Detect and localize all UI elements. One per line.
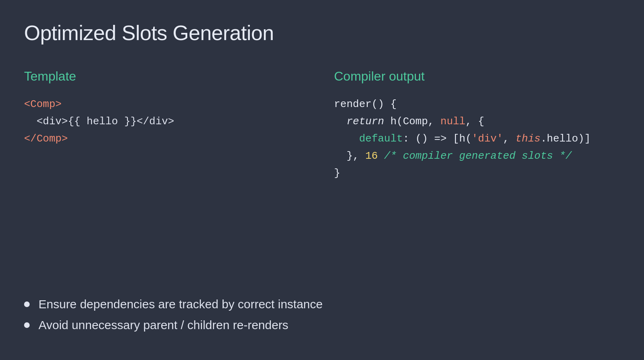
code-token	[334, 115, 346, 127]
code-token: return	[346, 115, 384, 127]
code-token	[378, 150, 384, 162]
code-token	[334, 133, 359, 145]
template-line-2: <div>{{ hello }}</div>	[24, 113, 310, 130]
bullet-dot-2	[24, 322, 30, 328]
template-line-1: <Comp>	[24, 96, 310, 113]
code-token: null	[440, 115, 465, 127]
bullet-text-1: Ensure dependencies are tracked by corre…	[38, 297, 323, 311]
compiler-label: Compiler output	[334, 69, 620, 84]
slide-title: Optimized Slots Generation	[24, 21, 620, 45]
bullet-dot-1	[24, 301, 30, 307]
code-token: },	[334, 150, 365, 162]
bullet-item-1: Ensure dependencies are tracked by corre…	[24, 297, 620, 311]
code-token: default	[359, 133, 403, 145]
bullet-item-2: Avoid unnecessary parent / children re-r…	[24, 318, 620, 332]
code-token: render() {	[334, 98, 397, 110]
slide: Optimized Slots Generation Template <Com…	[0, 0, 644, 360]
code-token: : () => [h(	[403, 133, 472, 145]
code-token: <div>{{ hello }}</div>	[24, 115, 174, 127]
bullet-text-2: Avoid unnecessary parent / children re-r…	[38, 318, 288, 332]
code-token: </Comp>	[24, 133, 68, 145]
template-code: <Comp> <div>{{ hello }}</div> </Comp>	[24, 96, 310, 148]
right-panel: Compiler output render() { return h(Comp…	[326, 69, 620, 285]
code-token: }	[334, 167, 340, 179]
code-token: h(Comp,	[384, 115, 440, 127]
template-line-3: </Comp>	[24, 130, 310, 148]
code-token: /* compiler generated slots */	[384, 150, 572, 162]
compiler-line-5: }	[334, 165, 620, 182]
compiler-line-3: default: () => [h('div', this.hello)]	[334, 130, 620, 148]
code-token: this	[516, 133, 541, 145]
code-token: 'div'	[472, 133, 503, 145]
compiler-code: render() { return h(Comp, null, { defaul…	[334, 96, 620, 182]
bottom-bullets: Ensure dependencies are tracked by corre…	[24, 285, 620, 339]
code-token: 16	[365, 150, 378, 162]
code-token: ,	[503, 133, 515, 145]
left-panel: Template <Comp> <div>{{ hello }}</div> <…	[24, 69, 326, 285]
code-token: .hello)]	[541, 133, 591, 145]
compiler-line-2: return h(Comp, null, {	[334, 113, 620, 130]
compiler-line-1: render() {	[334, 96, 620, 113]
code-token: <Comp>	[24, 98, 62, 110]
compiler-line-4: }, 16 /* compiler generated slots */	[334, 148, 620, 165]
content-area: Template <Comp> <div>{{ hello }}</div> <…	[24, 69, 620, 285]
template-label: Template	[24, 69, 310, 84]
code-token: , {	[466, 115, 484, 127]
